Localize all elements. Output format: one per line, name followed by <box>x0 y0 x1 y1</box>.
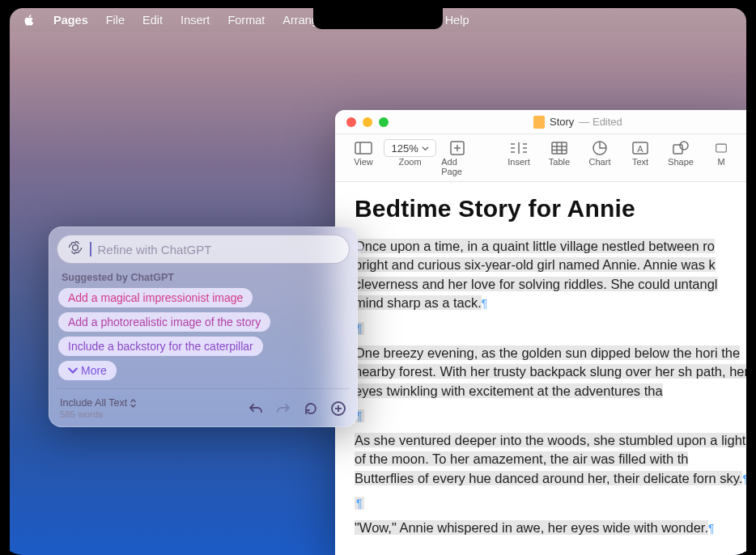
device-notch <box>313 8 443 29</box>
svg-point-21 <box>680 142 688 150</box>
pilcrow-icon: ¶ <box>482 297 488 310</box>
pilcrow-icon: ¶ <box>708 522 715 535</box>
suggested-by-label: Suggested by ChatGPT <box>57 264 350 288</box>
menu-help[interactable]: Help <box>437 12 478 28</box>
toolbar-insert[interactable]: Insert <box>499 139 539 167</box>
insert-icon <box>508 139 530 157</box>
table-icon <box>548 139 571 157</box>
paragraph-4[interactable]: "Wow," Annie whispered in awe, her eyes … <box>355 520 708 535</box>
paragraph-3[interactable]: As she ventured deeper into the woods, s… <box>355 433 745 485</box>
document-icon <box>533 116 545 129</box>
suggestion-chip[interactable]: Add a magical impressionist image <box>58 288 253 307</box>
toolbar-media-cut[interactable]: M <box>701 139 741 167</box>
svg-rect-12 <box>552 142 567 154</box>
chevron-down-icon <box>68 366 78 375</box>
add-button[interactable] <box>330 400 346 417</box>
plus-square-icon <box>446 139 469 157</box>
regenerate-button[interactable] <box>303 400 319 417</box>
text-cursor <box>90 242 91 256</box>
document-title[interactable]: Story <box>550 116 574 128</box>
svg-rect-0 <box>355 142 372 154</box>
toolbar-add-page[interactable]: Add Page <box>436 139 478 176</box>
pilcrow-icon: ¶ <box>355 497 364 510</box>
svg-rect-20 <box>673 145 682 154</box>
document-edited-label: — Edited <box>579 116 622 128</box>
refine-input-field[interactable] <box>57 235 350 264</box>
toolbar-table[interactable]: Table <box>539 139 580 167</box>
document-heading[interactable]: Bedtime Story for Annie <box>355 195 746 222</box>
chatgpt-logo-icon <box>67 239 83 259</box>
chart-icon <box>588 139 611 157</box>
apple-menu-icon[interactable] <box>23 14 36 27</box>
toolbar-view[interactable]: View <box>343 139 384 167</box>
svg-point-23 <box>73 245 79 251</box>
document-area[interactable]: Bedtime Story for Annie Once upon a time… <box>335 182 746 555</box>
more-suggestions-chip[interactable]: More <box>58 361 117 380</box>
maximize-window-button[interactable] <box>379 117 389 127</box>
undo-button[interactable] <box>248 400 264 417</box>
svg-rect-22 <box>716 144 727 152</box>
redo-button[interactable] <box>275 400 291 417</box>
toolbar: View 125% Zoom Add Page <box>335 134 746 182</box>
suggestion-chip[interactable]: Add a photorealistic image of the story <box>58 312 270 332</box>
menu-file[interactable]: File <box>98 12 133 28</box>
window-titlebar[interactable]: Story — Edited <box>335 110 746 134</box>
chevron-down-icon <box>422 145 429 152</box>
refine-text-input[interactable] <box>98 243 340 256</box>
zoom-value: 125% <box>391 142 418 155</box>
sidebar-icon <box>352 139 375 157</box>
paragraph-2[interactable]: One breezy evening, as the golden sun di… <box>355 345 746 398</box>
minimize-window-button[interactable] <box>363 117 372 127</box>
menu-app-name[interactable]: Pages <box>45 12 96 28</box>
menu-insert[interactable]: Insert <box>172 12 218 28</box>
shape-icon <box>669 139 692 157</box>
chatgpt-refine-popover: Suggested by ChatGPT Add a magical impre… <box>49 227 358 427</box>
pilcrow-icon: ¶ <box>742 472 746 485</box>
menu-edit[interactable]: Edit <box>134 12 171 28</box>
suggestion-chip[interactable]: Include a backstory for the caterpillar <box>58 337 263 356</box>
svg-text:A: A <box>637 144 643 154</box>
toolbar-chart[interactable]: Chart <box>580 139 620 167</box>
toolbar-shape[interactable]: Shape <box>660 139 701 167</box>
toolbar-text[interactable]: A Text <box>620 139 660 167</box>
text-icon: A <box>629 139 652 157</box>
include-scope-selector[interactable]: Include All Text <box>60 397 137 409</box>
toolbar-zoom[interactable]: 125% Zoom <box>384 139 436 167</box>
paragraph-1[interactable]: Once upon a time, in a quaint little vil… <box>355 239 718 310</box>
updown-chevron-icon <box>130 399 137 408</box>
menu-format[interactable]: Format <box>219 12 273 28</box>
pages-window: Story — Edited View 125% Zoom <box>335 110 746 555</box>
close-window-button[interactable] <box>346 117 356 127</box>
word-count-label: 585 words <box>60 409 137 419</box>
media-icon <box>710 139 733 157</box>
